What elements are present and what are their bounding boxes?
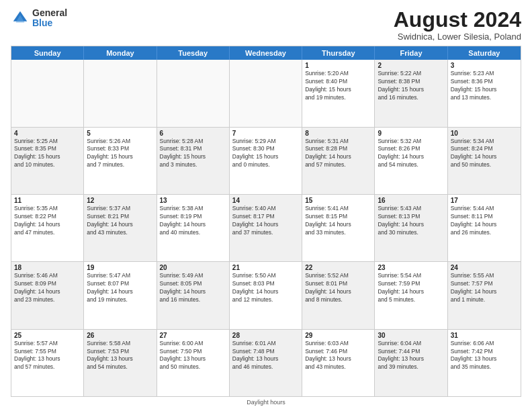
day-header-friday: Friday: [375, 46, 447, 60]
day-info: Sunrise: 5:34 AM Sunset: 8:24 PM Dayligh…: [451, 138, 518, 170]
logo-text: General Blue: [32, 8, 67, 29]
day-cell-12: 12Sunrise: 5:37 AM Sunset: 8:21 PM Dayli…: [84, 195, 157, 261]
day-number: 25: [14, 332, 81, 339]
day-number: 10: [451, 130, 518, 137]
day-number: 5: [87, 130, 153, 137]
day-cell-5: 5Sunrise: 5:26 AM Sunset: 8:33 PM Daylig…: [84, 128, 157, 194]
empty-cell: [230, 60, 302, 126]
day-cell-6: 6Sunrise: 5:28 AM Sunset: 8:31 PM Daylig…: [157, 128, 230, 194]
day-number: 4: [14, 130, 81, 137]
day-cell-31: 31Sunrise: 6:06 AM Sunset: 7:42 PM Dayli…: [448, 330, 521, 396]
day-cell-23: 23Sunrise: 5:54 AM Sunset: 7:59 PM Dayli…: [375, 262, 447, 328]
day-info: Sunrise: 5:26 AM Sunset: 8:33 PM Dayligh…: [87, 138, 153, 170]
day-cell-2: 2Sunrise: 5:22 AM Sunset: 8:38 PM Daylig…: [375, 60, 447, 126]
day-number: 13: [160, 197, 226, 204]
logo-icon: [11, 9, 30, 28]
day-cell-21: 21Sunrise: 5:50 AM Sunset: 8:03 PM Dayli…: [230, 262, 302, 328]
day-info: Sunrise: 5:43 AM Sunset: 8:13 PM Dayligh…: [378, 205, 444, 237]
day-info: Sunrise: 5:22 AM Sunset: 8:38 PM Dayligh…: [378, 70, 444, 102]
day-number: 2: [378, 62, 444, 69]
day-number: 8: [305, 130, 371, 137]
day-cell-9: 9Sunrise: 5:32 AM Sunset: 8:26 PM Daylig…: [375, 128, 447, 194]
day-cell-24: 24Sunrise: 5:55 AM Sunset: 7:57 PM Dayli…: [448, 262, 521, 328]
day-info: Sunrise: 5:54 AM Sunset: 7:59 PM Dayligh…: [378, 272, 444, 304]
day-info: Sunrise: 5:44 AM Sunset: 8:11 PM Dayligh…: [451, 205, 518, 237]
title-block: August 2024 Swidnica, Lower Silesia, Pol…: [394, 8, 521, 42]
day-cell-4: 4Sunrise: 5:25 AM Sunset: 8:35 PM Daylig…: [11, 128, 84, 194]
calendar-row-0: 1Sunrise: 5:20 AM Sunset: 8:40 PM Daylig…: [11, 60, 521, 127]
day-header-sunday: Sunday: [11, 46, 84, 60]
day-info: Sunrise: 6:06 AM Sunset: 7:42 PM Dayligh…: [451, 340, 518, 372]
logo-general: General: [32, 8, 67, 18]
day-number: 31: [451, 332, 518, 339]
logo-blue: Blue: [32, 18, 67, 28]
calendar-row-4: 25Sunrise: 5:57 AM Sunset: 7:55 PM Dayli…: [11, 330, 521, 396]
day-cell-18: 18Sunrise: 5:46 AM Sunset: 8:09 PM Dayli…: [11, 262, 84, 328]
day-info: Sunrise: 5:57 AM Sunset: 7:55 PM Dayligh…: [14, 340, 81, 372]
calendar-row-1: 4Sunrise: 5:25 AM Sunset: 8:35 PM Daylig…: [11, 128, 521, 195]
day-cell-7: 7Sunrise: 5:29 AM Sunset: 8:30 PM Daylig…: [230, 128, 302, 194]
day-cell-16: 16Sunrise: 5:43 AM Sunset: 8:13 PM Dayli…: [375, 195, 447, 261]
calendar-body: 1Sunrise: 5:20 AM Sunset: 8:40 PM Daylig…: [11, 60, 521, 396]
day-info: Sunrise: 5:49 AM Sunset: 8:05 PM Dayligh…: [160, 272, 226, 304]
day-cell-11: 11Sunrise: 5:35 AM Sunset: 8:22 PM Dayli…: [11, 195, 84, 261]
day-info: Sunrise: 5:38 AM Sunset: 8:19 PM Dayligh…: [160, 205, 226, 237]
day-cell-22: 22Sunrise: 5:52 AM Sunset: 8:01 PM Dayli…: [302, 262, 375, 328]
day-number: 12: [87, 197, 153, 204]
day-info: Sunrise: 5:31 AM Sunset: 8:28 PM Dayligh…: [305, 138, 371, 170]
day-number: 24: [451, 264, 518, 271]
empty-cell: [157, 60, 230, 126]
day-header-wednesday: Wednesday: [230, 46, 302, 60]
day-info: Sunrise: 6:04 AM Sunset: 7:44 PM Dayligh…: [378, 340, 444, 372]
day-number: 1: [305, 62, 371, 69]
day-number: 9: [378, 130, 444, 137]
empty-cell: [84, 60, 157, 126]
day-cell-26: 26Sunrise: 5:58 AM Sunset: 7:53 PM Dayli…: [84, 330, 157, 396]
day-number: 23: [378, 264, 444, 271]
day-info: Sunrise: 5:32 AM Sunset: 8:26 PM Dayligh…: [378, 138, 444, 170]
day-cell-10: 10Sunrise: 5:34 AM Sunset: 8:24 PM Dayli…: [448, 128, 521, 194]
day-number: 15: [305, 197, 371, 204]
day-header-thursday: Thursday: [302, 46, 375, 60]
day-number: 14: [232, 197, 299, 204]
footer-note: Daylight hours: [11, 399, 521, 406]
day-number: 27: [160, 332, 226, 339]
day-info: Sunrise: 5:37 AM Sunset: 8:21 PM Dayligh…: [87, 205, 153, 237]
day-number: 6: [160, 130, 226, 137]
day-info: Sunrise: 5:28 AM Sunset: 8:31 PM Dayligh…: [160, 138, 226, 170]
day-info: Sunrise: 5:20 AM Sunset: 8:40 PM Dayligh…: [305, 70, 371, 102]
calendar: SundayMondayTuesdayWednesdayThursdayFrid…: [11, 46, 521, 397]
header: General Blue August 2024 Swidnica, Lower…: [11, 8, 521, 42]
location-subtitle: Swidnica, Lower Silesia, Poland: [394, 32, 521, 42]
day-cell-13: 13Sunrise: 5:38 AM Sunset: 8:19 PM Dayli…: [157, 195, 230, 261]
day-info: Sunrise: 6:03 AM Sunset: 7:46 PM Dayligh…: [305, 340, 371, 372]
calendar-header-row: SundayMondayTuesdayWednesdayThursdayFrid…: [11, 46, 521, 60]
day-cell-30: 30Sunrise: 6:04 AM Sunset: 7:44 PM Dayli…: [375, 330, 447, 396]
day-cell-19: 19Sunrise: 5:47 AM Sunset: 8:07 PM Dayli…: [84, 262, 157, 328]
day-cell-8: 8Sunrise: 5:31 AM Sunset: 8:28 PM Daylig…: [302, 128, 375, 194]
calendar-row-2: 11Sunrise: 5:35 AM Sunset: 8:22 PM Dayli…: [11, 195, 521, 262]
day-number: 29: [305, 332, 371, 339]
day-number: 19: [87, 264, 153, 271]
day-cell-29: 29Sunrise: 6:03 AM Sunset: 7:46 PM Dayli…: [302, 330, 375, 396]
day-number: 30: [378, 332, 444, 339]
day-cell-27: 27Sunrise: 6:00 AM Sunset: 7:50 PM Dayli…: [157, 330, 230, 396]
day-cell-17: 17Sunrise: 5:44 AM Sunset: 8:11 PM Dayli…: [448, 195, 521, 261]
month-title: August 2024: [394, 8, 521, 32]
day-cell-14: 14Sunrise: 5:40 AM Sunset: 8:17 PM Dayli…: [230, 195, 302, 261]
day-number: 16: [378, 197, 444, 204]
day-header-monday: Monday: [84, 46, 157, 60]
day-info: Sunrise: 5:55 AM Sunset: 7:57 PM Dayligh…: [451, 272, 518, 304]
day-info: Sunrise: 5:25 AM Sunset: 8:35 PM Dayligh…: [14, 138, 81, 170]
day-info: Sunrise: 5:46 AM Sunset: 8:09 PM Dayligh…: [14, 272, 81, 304]
day-number: 7: [232, 130, 299, 137]
page: General Blue August 2024 Swidnica, Lower…: [0, 0, 532, 411]
day-cell-15: 15Sunrise: 5:41 AM Sunset: 8:15 PM Dayli…: [302, 195, 375, 261]
day-cell-25: 25Sunrise: 5:57 AM Sunset: 7:55 PM Dayli…: [11, 330, 84, 396]
day-number: 22: [305, 264, 371, 271]
calendar-row-3: 18Sunrise: 5:46 AM Sunset: 8:09 PM Dayli…: [11, 262, 521, 329]
day-cell-1: 1Sunrise: 5:20 AM Sunset: 8:40 PM Daylig…: [302, 60, 375, 126]
day-info: Sunrise: 5:47 AM Sunset: 8:07 PM Dayligh…: [87, 272, 153, 304]
day-number: 21: [232, 264, 299, 271]
day-header-tuesday: Tuesday: [157, 46, 230, 60]
